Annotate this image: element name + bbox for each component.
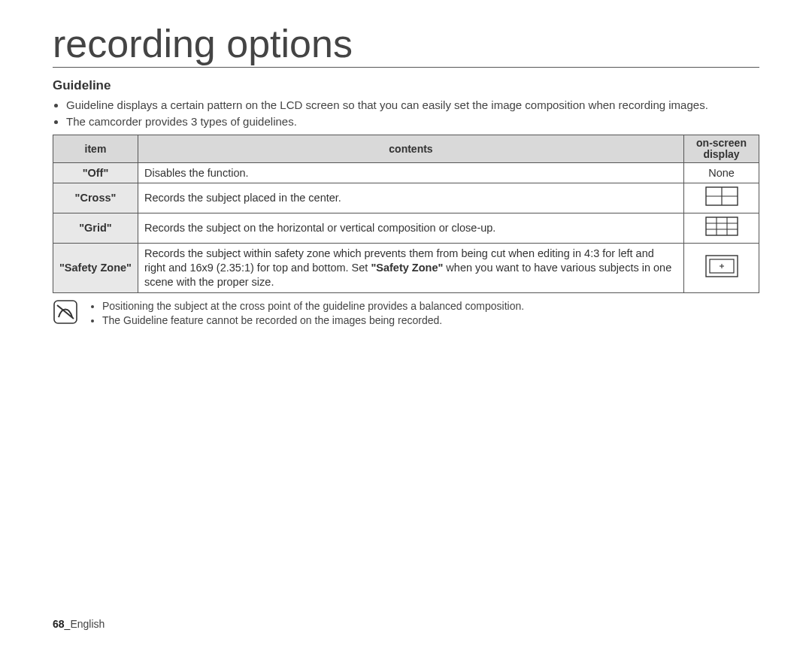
col-item: item [53,135,138,162]
note-block: Positioning the subject at the cross poi… [53,299,759,328]
table-header-row: item contents on-screen display [53,135,759,162]
title-rule: recording options [53,23,759,68]
intro-item: Guideline displays a certain pattern on … [66,98,759,113]
intro-item: The camcorder provides 3 types of guidel… [66,114,759,129]
table-row: "Off" Disables the function. None [53,162,759,183]
col-contents: contents [138,135,683,162]
col-osd: on-screen display [684,135,759,162]
safety-zone-icon [705,255,738,281]
page-number: 68 [53,618,65,630]
svg-line-13 [57,305,74,319]
table-row: "Safety Zone" Records the subject within… [53,244,759,293]
guideline-table: item contents on-screen display "Off" Di… [53,135,759,292]
cell-osd [684,213,759,244]
cross-guideline-icon [705,186,738,210]
note-item: Positioning the subject at the cross poi… [102,299,524,313]
cell-item: "Off" [53,162,138,183]
table-row: "Cross" Records the subject placed in th… [53,183,759,213]
cell-contents: Records the subject within safety zone w… [138,244,683,293]
table-row: "Grid" Records the subject on the horizo… [53,213,759,244]
cell-item: "Cross" [53,183,138,213]
manual-page: recording options Guideline Guideline di… [0,0,812,651]
cell-contents: Disables the function. [138,162,683,183]
intro-list: Guideline displays a certain pattern on … [53,98,759,129]
note-item: The Guideline feature cannot be recorded… [102,313,524,328]
page-footer: 68_English [53,618,105,630]
page-title: recording options [53,23,759,67]
svg-rect-3 [706,217,738,235]
cell-item: "Grid" [53,213,138,244]
safety-text-bold: "Safety Zone" [371,262,443,274]
footer-language: English [70,618,105,630]
cell-osd: None [684,162,759,183]
cell-osd [684,244,759,293]
note-icon [53,299,78,328]
cell-contents: Records the subject on the horizontal or… [138,213,683,244]
cell-item: "Safety Zone" [53,244,138,293]
cell-osd [684,183,759,213]
grid-guideline-icon [705,216,738,240]
section-heading: Guideline [53,78,759,93]
note-list: Positioning the subject at the cross poi… [89,299,524,328]
cell-contents: Records the subject placed in the center… [138,183,683,213]
